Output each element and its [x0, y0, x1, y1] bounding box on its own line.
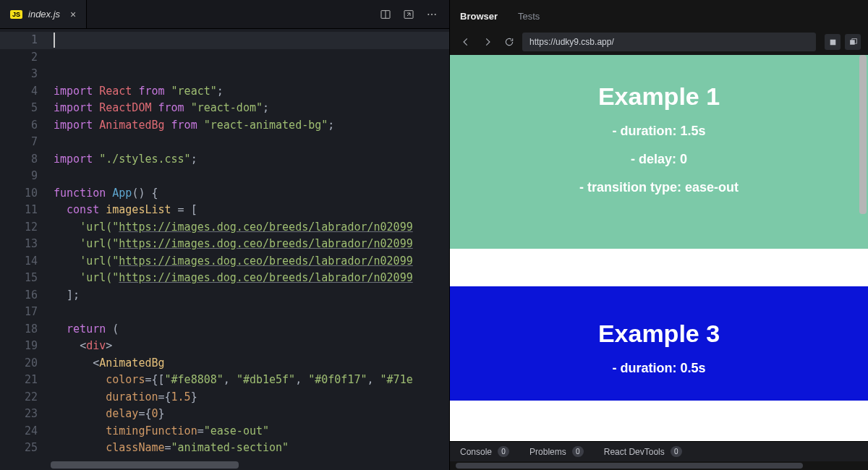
line-gutter: 1234567891011121314151617181920212223242…: [0, 29, 51, 470]
viewport-vertical-scrollbar[interactable]: [859, 55, 867, 441]
code-line[interactable]: <AnimatedBg: [54, 355, 449, 372]
code-line[interactable]: return (: [54, 321, 449, 338]
editor-tabbar: JS index.js ×: [0, 0, 449, 29]
code-line[interactable]: [54, 134, 449, 151]
code-area[interactable]: import React from "react";import ReactDO…: [51, 29, 449, 470]
scrollbar-thumb[interactable]: [456, 463, 803, 469]
browser-address-bar: https://udky9.csb.app/: [450, 29, 868, 55]
devtools-tab-label: React DevTools: [604, 447, 665, 457]
js-file-icon: JS: [10, 10, 22, 19]
example-1-line-transition: - transition type: ease-out: [464, 180, 854, 195]
code-line[interactable]: [54, 168, 449, 185]
text-cursor: [54, 33, 55, 48]
svg-rect-8: [850, 40, 855, 45]
preview-pane: Browser Tests https://udky9.csb.app/ Exa…: [450, 0, 868, 470]
code-line[interactable]: import ReactDOM from "react-dom";: [54, 100, 449, 117]
reload-icon[interactable]: [501, 33, 518, 51]
svg-point-4: [427, 14, 429, 15]
devtools-tab-count: 0: [498, 446, 509, 457]
svg-point-6: [435, 14, 436, 15]
svg-point-5: [431, 14, 433, 15]
url-text: https://udky9.csb.app/: [529, 37, 614, 47]
example-3-title: Example 3: [464, 320, 854, 348]
devtools-tab-count: 0: [572, 446, 584, 457]
example-1-line-delay: - delay: 0: [464, 152, 854, 167]
tab-browser[interactable]: Browser: [460, 11, 498, 29]
code-line[interactable]: delay={0}: [54, 406, 449, 423]
split-editor-icon[interactable]: [375, 5, 396, 24]
code-line[interactable]: const imagesList = [: [54, 202, 449, 219]
scrollbar-thumb[interactable]: [51, 461, 239, 469]
code-line[interactable]: import AnimatedBg from "react-animated-b…: [54, 117, 449, 134]
svg-line-3: [407, 13, 410, 16]
example-card-1: Example 1 - duration: 1.5s - delay: 0 - …: [450, 55, 868, 249]
devtools-tab-label: Problems: [529, 447, 566, 457]
example-3-line-duration: - duration: 0.5s: [464, 361, 854, 376]
app-root: JS index.js × 1234567891011121314151617: [0, 0, 868, 470]
code-line[interactable]: timingFunction="ease-out": [54, 423, 449, 440]
code-line[interactable]: colors={["#fe8808", "#db1e5f", "#0f0f17"…: [54, 372, 449, 389]
example-1-line-duration: - duration: 1.5s: [464, 124, 854, 139]
devtools-tab-react[interactable]: React DevTools 0: [604, 446, 682, 457]
code-line[interactable]: import "./styles.css";: [54, 151, 449, 168]
editor-horizontal-scrollbar[interactable]: [51, 461, 443, 469]
code-line[interactable]: 'url("https://images.dog.ceo/breeds/labr…: [54, 236, 449, 253]
open-preview-icon[interactable]: [399, 5, 419, 24]
address-bar-right-actions: [820, 34, 861, 50]
back-icon[interactable]: [457, 33, 475, 51]
editor-tab-filename: index.js: [28, 9, 60, 20]
code-line[interactable]: 'url("https://images.dog.ceo/breeds/labr…: [54, 270, 449, 287]
devtools-horizontal-scrollbar[interactable]: [450, 461, 868, 470]
forward-icon[interactable]: [479, 33, 496, 51]
editor-tab-actions: [375, 5, 449, 24]
code-line[interactable]: 'url("https://images.dog.ceo/breeds/labr…: [54, 219, 449, 236]
code-line[interactable]: function App() {: [54, 185, 449, 202]
devtools-tab-problems[interactable]: Problems 0: [529, 446, 584, 457]
preview-tabbar: Browser Tests: [450, 0, 868, 29]
devtools-tab-label: Console: [460, 447, 492, 457]
devtools-tabbar: Console 0 Problems 0 React DevTools 0: [450, 441, 868, 461]
example-1-title: Example 1: [464, 82, 854, 111]
code-line[interactable]: 'url("https://images.dog.ceo/breeds/labr…: [54, 253, 449, 270]
code-line[interactable]: [54, 304, 449, 321]
tab-tests[interactable]: Tests: [518, 11, 540, 29]
code-line[interactable]: <div>: [54, 338, 449, 355]
devtools-tab-console[interactable]: Console 0: [460, 446, 509, 457]
devtools-tab-count: 0: [671, 446, 682, 457]
svg-rect-7: [830, 39, 835, 45]
code-line[interactable]: duration={1.5}: [54, 389, 449, 406]
code-line[interactable]: className="animated-section": [54, 440, 449, 457]
open-window-icon[interactable]: [845, 34, 861, 50]
code-editor[interactable]: 1234567891011121314151617181920212223242…: [0, 29, 449, 470]
codesandbox-icon[interactable]: [825, 34, 841, 50]
editor-tabs: JS index.js ×: [0, 0, 87, 28]
code-line[interactable]: import React from "react";: [54, 83, 449, 101]
scrollbar-thumb[interactable]: [859, 55, 867, 214]
example-card-3: Example 3 - duration: 0.5s: [450, 286, 868, 401]
close-icon[interactable]: ×: [70, 9, 76, 20]
browser-viewport[interactable]: Example 1 - duration: 1.5s - delay: 0 - …: [450, 55, 868, 441]
editor-tab-indexjs[interactable]: JS index.js ×: [0, 0, 87, 28]
more-icon[interactable]: [422, 5, 442, 24]
url-input[interactable]: https://udky9.csb.app/: [522, 33, 816, 51]
editor-pane: JS index.js × 1234567891011121314151617: [0, 0, 450, 470]
code-line[interactable]: ];: [54, 287, 449, 304]
